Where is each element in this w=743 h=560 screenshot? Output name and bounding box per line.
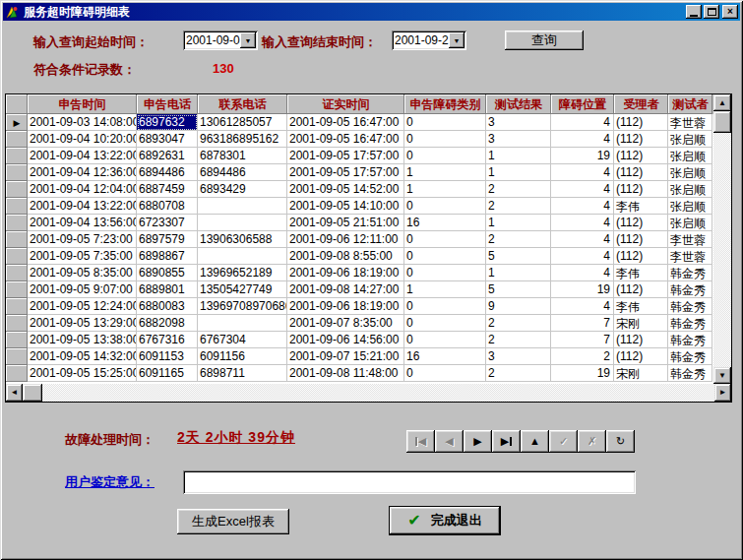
grid-cell[interactable]: 韩金秀: [668, 281, 712, 298]
grid-cell[interactable]: 0: [404, 298, 486, 315]
grid-cell[interactable]: 2001-09-04 13:22:00: [28, 198, 137, 215]
nav-edit-button[interactable]: ▲: [521, 430, 549, 453]
grid-cell[interactable]: 6882098: [137, 315, 198, 332]
grid-cell[interactable]: [198, 315, 287, 332]
grid-cell[interactable]: 6723307: [137, 215, 198, 231]
grid-cell[interactable]: 2001-09-04 12:36:00: [28, 164, 137, 181]
grid-cell[interactable]: (112): [614, 131, 668, 148]
grid-cell[interactable]: 2001-09-05 7:35:00: [28, 248, 137, 265]
table-row[interactable]: 2001-09-05 9:07:006889801135054277492001…: [6, 281, 731, 298]
end-date-dropdown-button[interactable]: ▼: [449, 32, 464, 48]
vertical-scroll-thumb[interactable]: [713, 111, 731, 133]
grid-cell[interactable]: 2001-09-05 15:25:00: [28, 365, 137, 382]
grid-cell[interactable]: [198, 248, 287, 265]
grid-cell[interactable]: 2001-09-05 8:35:00: [28, 265, 137, 281]
grid-cell[interactable]: 2001-09-04 13:22:00: [28, 148, 137, 164]
grid-cell[interactable]: 1: [486, 265, 551, 281]
grid-cell[interactable]: 1: [486, 148, 551, 164]
grid-cell[interactable]: 张启顺: [668, 148, 712, 164]
grid-cell[interactable]: 2001-09-06 14:56:00: [287, 332, 404, 348]
grid-cell[interactable]: 2: [551, 348, 614, 365]
finish-exit-button[interactable]: ✔ 完成退出: [389, 506, 501, 535]
column-header[interactable]: 申告障碍类别: [404, 94, 486, 114]
grid-cell[interactable]: (112): [614, 231, 668, 248]
grid-cell[interactable]: 2: [486, 365, 551, 382]
grid-cell[interactable]: 0: [404, 131, 486, 148]
grid-cell[interactable]: 0: [404, 265, 486, 281]
grid-cell[interactable]: 2001-09-08 14:27:00: [287, 281, 404, 298]
grid-cell[interactable]: 6892631: [137, 148, 198, 164]
grid-cell[interactable]: 2001-09-08 11:48:00: [287, 365, 404, 382]
grid-cell[interactable]: 2001-09-04 13:56:00: [28, 215, 137, 231]
grid-cell[interactable]: 6898867: [137, 248, 198, 265]
grid-cell[interactable]: 0: [404, 248, 486, 265]
column-header[interactable]: 联系电话: [198, 94, 287, 114]
grid-cell[interactable]: 0: [404, 365, 486, 382]
grid-cell[interactable]: 韩金秀: [668, 298, 712, 315]
grid-cell[interactable]: 6893429: [198, 181, 287, 198]
grid-cell[interactable]: [198, 198, 287, 215]
grid-cell[interactable]: 7: [551, 332, 614, 348]
grid-cell[interactable]: 2001-09-05 16:47:00: [287, 114, 404, 131]
grid-cell[interactable]: 李伟: [614, 198, 668, 215]
grid-cell[interactable]: 2001-09-05 17:57:00: [287, 164, 404, 181]
table-row[interactable]: 2001-09-05 7:35:0068988672001-09-08 8:55…: [6, 248, 731, 265]
minimize-button[interactable]: [686, 5, 702, 19]
grid-cell[interactable]: 4: [551, 298, 614, 315]
grid-cell[interactable]: 4: [551, 131, 614, 148]
grid-cell[interactable]: 139697089706866: [198, 298, 287, 315]
table-row[interactable]: 2001-09-05 12:24:00688008313969708970686…: [6, 298, 731, 315]
grid-cell[interactable]: 张启顺: [668, 215, 712, 231]
table-row[interactable]: 2001-09-04 10:20:00689304796318689516220…: [6, 131, 731, 148]
grid-cell[interactable]: (112): [614, 281, 668, 298]
horizontal-scrollbar[interactable]: ◄ ►: [6, 384, 731, 402]
scroll-down-button[interactable]: ▼: [713, 367, 731, 384]
grid-cell[interactable]: 1: [404, 164, 486, 181]
nav-post-button[interactable]: ✓: [549, 430, 578, 453]
scroll-right-button[interactable]: ►: [714, 384, 731, 402]
grid-cell[interactable]: 6893047: [137, 131, 198, 148]
grid-cell[interactable]: 3: [486, 131, 551, 148]
grid-cell[interactable]: 4: [551, 265, 614, 281]
grid-cell[interactable]: 19: [551, 281, 614, 298]
grid-cell[interactable]: 2001-09-05 14:52:00: [287, 181, 404, 198]
grid-cell[interactable]: 16: [404, 348, 486, 365]
opinion-input[interactable]: [185, 472, 634, 492]
grid-cell[interactable]: 13505427749: [198, 281, 287, 298]
start-date-dropdown-button[interactable]: ▼: [240, 32, 256, 48]
table-row[interactable]: 2001-09-05 15:25:00609116568987112001-09…: [6, 365, 731, 382]
grid-cell[interactable]: 4: [551, 164, 614, 181]
grid-cell[interactable]: (112): [614, 148, 668, 164]
grid-cell[interactable]: 1: [404, 181, 486, 198]
grid-cell[interactable]: (112): [614, 215, 668, 231]
grid-cell[interactable]: 6091165: [137, 365, 198, 382]
grid-cell[interactable]: 张启顺: [668, 164, 712, 181]
column-header[interactable]: 测试结果: [486, 94, 551, 114]
grid-cell[interactable]: 3: [486, 114, 551, 131]
scroll-up-button[interactable]: ▲: [713, 94, 731, 111]
nav-first-button[interactable]: ◀: [406, 430, 435, 453]
grid-cell[interactable]: 2001-09-06 18:19:00: [287, 265, 404, 281]
grid-cell[interactable]: 2001-09-07 8:35:00: [287, 315, 404, 332]
grid-cell[interactable]: 2001-09-05 12:24:00: [28, 298, 137, 315]
grid-cell[interactable]: 7: [551, 315, 614, 332]
grid-cell[interactable]: 张启顺: [668, 181, 712, 198]
grid-cell[interactable]: (112): [614, 181, 668, 198]
table-row[interactable]: 2001-09-04 13:22:0068807082001-09-05 14:…: [6, 198, 731, 215]
grid-cell[interactable]: 6894486: [198, 164, 287, 181]
grid-cell[interactable]: 6878301: [198, 148, 287, 164]
grid-cell[interactable]: 4: [551, 114, 614, 131]
scroll-left-button[interactable]: ◄: [6, 384, 23, 402]
table-row[interactable]: 2001-09-04 12:36:00689448668944862001-09…: [6, 164, 731, 181]
grid-cell[interactable]: 4: [551, 231, 614, 248]
grid-cell[interactable]: 2: [486, 231, 551, 248]
grid-cell[interactable]: 0: [404, 332, 486, 348]
grid-cell[interactable]: 2001-09-04 12:04:00: [28, 181, 137, 198]
grid-cell[interactable]: 0: [404, 198, 486, 215]
grid-cell[interactable]: 韩金秀: [668, 365, 712, 382]
table-row[interactable]: 2001-09-04 12:04:00688745968934292001-09…: [6, 181, 731, 198]
column-header[interactable]: 测试者: [668, 94, 712, 114]
column-header[interactable]: 受理者: [614, 94, 668, 114]
table-row[interactable]: 2001-09-05 8:35:006890855139696521892001…: [6, 265, 731, 281]
grid-cell[interactable]: 宋刚: [614, 315, 668, 332]
